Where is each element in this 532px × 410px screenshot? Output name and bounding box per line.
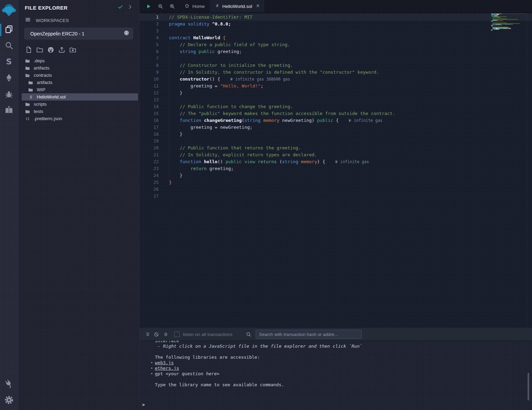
code-line-1[interactable]: 1// SPDX-License-Identifier: MIT — [139, 14, 532, 21]
settings-icon — [4, 395, 14, 406]
code-line-23[interactable]: 23 return greeting; — [139, 165, 532, 172]
zoom-out-button[interactable] — [158, 3, 163, 9]
new-file-button[interactable] — [25, 46, 33, 54]
terminal-scrollbar[interactable] — [528, 373, 529, 400]
run-script-button[interactable] — [146, 3, 152, 9]
svg-text:S: S — [216, 4, 219, 8]
terminal-line: web3.js — [139, 360, 532, 366]
line-number: 3 — [139, 28, 159, 34]
clone-github-button[interactable] — [47, 46, 55, 54]
editor-tabbar: Home S HelloWorld.sol — [139, 0, 532, 13]
file-tree-item-artifacts[interactable]: artifacts — [22, 64, 138, 72]
chevron-right-icon[interactable] — [127, 4, 133, 11]
svg-text:S: S — [29, 95, 32, 99]
file-tree-item-contracts[interactable]: contracts — [22, 72, 138, 79]
file-tree-item-wip[interactable]: WIP — [22, 86, 138, 93]
line-number: 20 — [139, 145, 159, 151]
file-name: artifacts — [34, 65, 50, 71]
solidity-file-icon: S — [214, 3, 220, 9]
activity-file-explorer-button[interactable] — [4, 25, 14, 35]
clone-github-icon — [47, 49, 55, 55]
listen-transactions-checkbox[interactable] — [174, 332, 180, 337]
expand-terminal-icon[interactable] — [145, 332, 151, 337]
code-line-2[interactable]: 2pragma solidity ^0.8.0; — [139, 21, 532, 28]
accept-check-icon[interactable] — [118, 4, 123, 11]
code-line-20[interactable]: 20 // Public function that returns the g… — [139, 145, 532, 151]
zoom-in-button[interactable] — [169, 3, 175, 9]
code-line-13[interactable]: 13 — [139, 96, 532, 103]
activity-search-button[interactable] — [4, 41, 14, 51]
code-line-7[interactable]: 7 — [139, 55, 532, 62]
upload-file-button[interactable] — [58, 46, 66, 54]
code-line-3[interactable]: 3 — [139, 28, 532, 34]
remix-logo-icon[interactable] — [1, 3, 17, 18]
code-line-8[interactable]: 8 // Constructor to initialize the greet… — [139, 62, 532, 69]
workspaces-row: WORKSPACES — [18, 11, 139, 24]
code-line-22[interactable]: 22 function hello() public view returns … — [139, 158, 532, 165]
terminal-prompt: > — [142, 402, 145, 407]
learneth-icon — [4, 105, 14, 116]
line-number: 7 — [139, 55, 159, 62]
file-tree-item--prettierrc-json[interactable]: {}.prettierrc.json — [22, 115, 138, 122]
gas-estimate-hint: infinite gas 368600 gas — [230, 77, 290, 82]
code-line-18[interactable]: 18 } — [139, 131, 532, 138]
line-number: 21 — [139, 151, 159, 158]
code-line-10[interactable]: 10 constructor() {infinite gas 368600 ga… — [139, 76, 532, 83]
folder-icon — [25, 102, 30, 107]
minimap-line — [491, 32, 527, 32]
code-line-4[interactable]: 4contract HelloWorld { — [139, 34, 532, 41]
terminal-link[interactable]: web3.js — [155, 360, 174, 365]
line-number: 11 — [139, 83, 159, 90]
minimap[interactable] — [491, 13, 527, 32]
debugger-icon — [4, 89, 14, 100]
close-tab-icon[interactable] — [256, 3, 260, 9]
code-line-15[interactable]: 15 // The "public" keyword makes the fun… — [139, 110, 532, 117]
terminal-link[interactable]: ethers.js — [155, 366, 179, 371]
clear-console-icon[interactable] — [153, 332, 159, 337]
activity-deploy-run-button[interactable] — [4, 73, 14, 84]
code-line-11[interactable]: 11 greeting = "Hello, World!"; — [139, 83, 532, 90]
code-line-17[interactable]: 17 greeting = newGreeting; — [139, 124, 532, 131]
code-line-21[interactable]: 21 // In Solidity, explicit return types… — [139, 151, 532, 158]
remix-ide-window: S FILE EXPLORER WORKSPACES OpenZeppelin … — [0, 0, 532, 410]
workspace-selector[interactable]: OpenZeppelin ERC20 - 1 — [24, 28, 133, 40]
activity-debugger-button[interactable] — [4, 90, 14, 100]
code-line-14[interactable]: 14 // Public function to change the gree… — [139, 103, 532, 110]
file-tree-item-tests[interactable]: tests — [22, 108, 138, 115]
code-line-5[interactable]: 5 // Declare a public field of type stri… — [139, 41, 532, 48]
code-line-19[interactable]: 19 — [139, 138, 532, 145]
file-tree-item-scripts[interactable]: scripts — [22, 101, 138, 108]
activity-learneth-button[interactable] — [4, 106, 14, 116]
file-explorer-toolbar — [18, 40, 139, 56]
upload-folder-button[interactable] — [69, 46, 77, 54]
line-number: 14 — [139, 103, 159, 110]
new-folder-button[interactable] — [36, 46, 44, 54]
terminal-output[interactable]: interface- Right click on a JavaScript f… — [139, 341, 532, 410]
code-line-6[interactable]: 6 string public greeting; — [139, 48, 532, 55]
file-tree-item-artifacts[interactable]: artifacts — [22, 79, 138, 86]
new-folder-icon — [36, 49, 44, 55]
code-line-25[interactable]: 25} — [139, 179, 532, 186]
code-editor[interactable]: 1// SPDX-License-Identifier: MIT2pragma … — [139, 13, 532, 328]
activity-settings-button[interactable] — [4, 396, 14, 406]
new-file-icon — [25, 49, 33, 55]
workspaces-menu-icon[interactable] — [25, 17, 31, 24]
code-line-24[interactable]: 24 } — [139, 172, 532, 179]
activity-solidity-compiler-button[interactable]: S — [4, 57, 14, 67]
terminal-search-input[interactable] — [256, 330, 362, 339]
gas-estimate-hint: infinite gas — [335, 159, 369, 164]
file-name: .prettierrc.json — [34, 116, 62, 121]
file-tree-item-helloworld-sol[interactable]: SHelloWorld.sol — [22, 93, 138, 101]
line-number: 25 — [139, 179, 159, 186]
code-line-26[interactable]: 26 — [139, 186, 532, 193]
code-line-27[interactable]: 27 — [139, 193, 532, 200]
code-line-12[interactable]: 12 } — [139, 90, 532, 96]
tab-helloworld-sol[interactable]: S HelloWorld.sol — [210, 0, 265, 12]
code-line-9[interactable]: 9 // In Solidity, the constructor is def… — [139, 69, 532, 76]
tab-home[interactable]: Home — [180, 0, 210, 12]
line-number: 1 — [139, 14, 159, 21]
activity-plugin-manager-button[interactable] — [4, 379, 14, 390]
file-tree-item--deps[interactable]: .deps — [22, 57, 138, 64]
code-line-16[interactable]: 16 function changeGreeting(string memory… — [139, 117, 532, 124]
sol-icon: S — [28, 94, 33, 100]
